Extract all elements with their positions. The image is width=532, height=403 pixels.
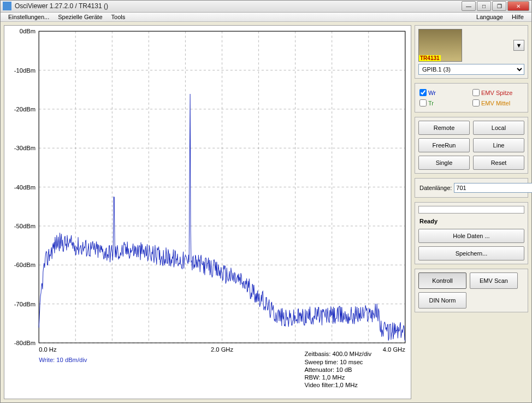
check-wr[interactable]: Wr [419,89,470,96]
device-thumbnail: TR4131 [418,29,462,62]
check-emv-mittel[interactable]: EMV Mittel [472,99,523,106]
status-text: Ready [418,217,524,226]
spectrum-plot[interactable]: 0dBm-10dBm-20dBm-30dBm-40dBm-50dBm-60dBm… [4,25,411,399]
svg-text:-50dBm: -50dBm [14,223,36,229]
svg-text:2.0 GHz: 2.0 GHz [211,346,233,353]
freerun-button[interactable]: FreeRun [418,138,470,152]
menu-tools[interactable]: Tools [107,13,130,21]
local-button[interactable]: Local [473,121,524,135]
svg-text:4.0 GHz: 4.0 GHz [383,346,405,353]
control-buttons-group: Remote Local FreeRun Line Single Reset [415,117,528,174]
mode-buttons-group: Kontroll EMV Scan DIN Norm [415,269,528,312]
side-panel: TR4131 ▼ GPIB.1 (3) Wr Tr EMV Spitze EMV… [415,25,528,399]
datalen-input[interactable] [454,183,532,193]
svg-text:-10dBm: -10dBm [14,67,36,74]
bus-select[interactable]: GPIB.1 (3) [418,64,524,75]
svg-text:-20dBm: -20dBm [14,106,36,112]
save-button[interactable]: Speichern... [418,246,524,260]
emv-scan-button[interactable]: EMV Scan [470,272,518,289]
data-length-group: Datenlänge: [415,178,528,198]
svg-text:0.0 Hz: 0.0 Hz [39,346,57,353]
menu-help[interactable]: Hilfe [507,13,528,21]
svg-text:-30dBm: -30dBm [14,145,36,151]
fetch-data-button[interactable]: Hole Daten ... [418,229,524,243]
check-tr[interactable]: Tr [419,99,470,106]
single-button[interactable]: Single [418,156,470,170]
trace-checks-group: Wr Tr EMV Spitze EMV Mittel [415,83,528,112]
svg-text:Video filter:1,0 MHz: Video filter:1,0 MHz [304,382,358,389]
app-icon [3,2,11,10]
maximize-button[interactable]: □ [477,1,491,11]
menu-settings[interactable]: Einstellungen... [4,13,54,21]
svg-text:-70dBm: -70dBm [14,301,36,307]
check-emv-spitze[interactable]: EMV Spitze [472,89,523,96]
status-group: Ready Hole Daten ... Speichern... [415,202,528,264]
svg-text:RBW: 1,0 MHz: RBW: 1,0 MHz [304,374,345,381]
menu-language[interactable]: Language [472,13,507,21]
content-area: 0dBm-10dBm-20dBm-30dBm-40dBm-50dBm-60dBm… [1,22,531,402]
svg-text:-80dBm: -80dBm [14,340,36,346]
svg-text:Write: 10 dBm/div: Write: 10 dBm/div [39,357,87,363]
device-group: TR4131 ▼ GPIB.1 (3) [415,25,528,79]
app-window: OsciViewer 1.27.2.0 / TR4131 () — □ ❐ ✕ … [0,0,532,403]
device-dropdown-button[interactable]: ▼ [513,40,524,51]
line-button[interactable]: Line [473,138,524,152]
menubar: Einstellungen... Spezielle Geräte Tools … [1,13,531,22]
maximize2-button[interactable]: ❐ [492,1,506,11]
minimize-button[interactable]: — [462,1,476,11]
svg-text:Attenuator: 10 dB: Attenuator: 10 dB [304,366,352,373]
titlebar[interactable]: OsciViewer 1.27.2.0 / TR4131 () — □ ❐ ✕ [1,1,531,13]
progress-bar [418,206,524,214]
datalen-label: Datenlänge: [419,185,452,191]
reset-button[interactable]: Reset [473,156,524,170]
close-button[interactable]: ✕ [507,1,529,11]
svg-text:0dBm: 0dBm [20,28,36,34]
svg-text:Sweep time: 10 msec: Sweep time: 10 msec [304,359,363,365]
din-norm-button[interactable]: DIN Norm [418,292,466,309]
kontroll-button[interactable]: Kontroll [418,272,466,289]
remote-button[interactable]: Remote [418,121,470,135]
window-title: OsciViewer 1.27.2.0 / TR4131 () [15,2,462,10]
svg-text:-40dBm: -40dBm [14,184,36,191]
svg-text:-60dBm: -60dBm [14,262,36,268]
menu-special-devices[interactable]: Spezielle Geräte [54,13,107,21]
svg-text:Zeitbasis: 400.0 MHz/div: Zeitbasis: 400.0 MHz/div [304,351,371,358]
